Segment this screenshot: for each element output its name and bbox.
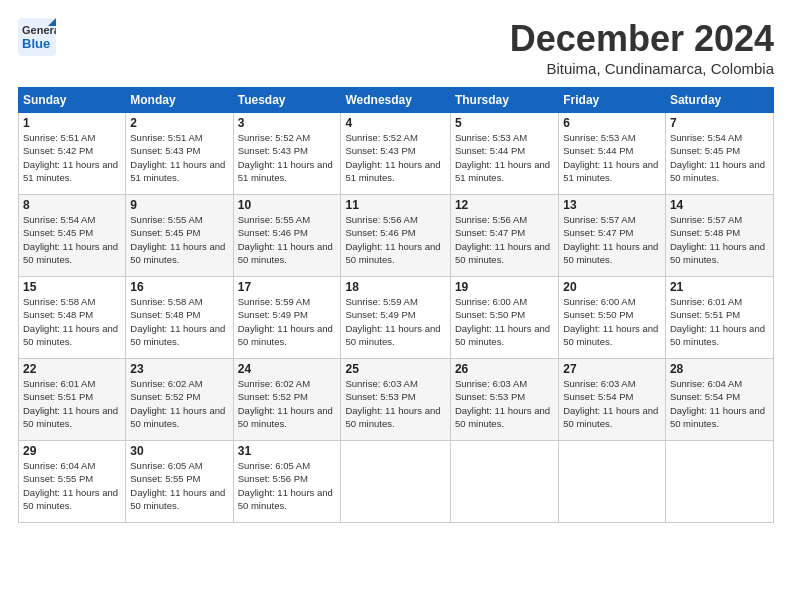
calendar-cell: 27 Sunrise: 6:03 AM Sunset: 5:54 PM Dayl…: [559, 359, 666, 441]
daylight-text: Daylight: 11 hours and 51 minutes.: [455, 159, 550, 183]
calendar-cell: 3 Sunrise: 5:52 AM Sunset: 5:43 PM Dayli…: [233, 113, 341, 195]
day-number: 15: [23, 280, 121, 294]
day-info: Sunrise: 5:51 AM Sunset: 5:43 PM Dayligh…: [130, 131, 228, 184]
sunset-text: Sunset: 5:43 PM: [345, 145, 415, 156]
calendar-cell: 22 Sunrise: 6:01 AM Sunset: 5:51 PM Dayl…: [19, 359, 126, 441]
daylight-text: Daylight: 11 hours and 50 minutes.: [345, 241, 440, 265]
day-number: 13: [563, 198, 661, 212]
day-number: 18: [345, 280, 445, 294]
calendar-cell: 25 Sunrise: 6:03 AM Sunset: 5:53 PM Dayl…: [341, 359, 450, 441]
sunrise-text: Sunrise: 5:57 AM: [670, 214, 742, 225]
calendar-cell: 8 Sunrise: 5:54 AM Sunset: 5:45 PM Dayli…: [19, 195, 126, 277]
day-number: 4: [345, 116, 445, 130]
daylight-text: Daylight: 11 hours and 51 minutes.: [130, 159, 225, 183]
calendar-cell: 4 Sunrise: 5:52 AM Sunset: 5:43 PM Dayli…: [341, 113, 450, 195]
sunset-text: Sunset: 5:55 PM: [23, 473, 93, 484]
day-info: Sunrise: 6:04 AM Sunset: 5:54 PM Dayligh…: [670, 377, 769, 430]
day-number: 22: [23, 362, 121, 376]
day-number: 2: [130, 116, 228, 130]
day-number: 7: [670, 116, 769, 130]
sunset-text: Sunset: 5:44 PM: [563, 145, 633, 156]
day-info: Sunrise: 5:54 AM Sunset: 5:45 PM Dayligh…: [670, 131, 769, 184]
sunrise-text: Sunrise: 5:58 AM: [130, 296, 202, 307]
sunrise-text: Sunrise: 6:03 AM: [345, 378, 417, 389]
calendar-cell: 2 Sunrise: 5:51 AM Sunset: 5:43 PM Dayli…: [126, 113, 233, 195]
day-info: Sunrise: 6:04 AM Sunset: 5:55 PM Dayligh…: [23, 459, 121, 512]
header: General Blue December 2024 Bituima, Cund…: [18, 18, 774, 77]
day-number: 14: [670, 198, 769, 212]
sunset-text: Sunset: 5:52 PM: [130, 391, 200, 402]
daylight-text: Daylight: 11 hours and 50 minutes.: [130, 241, 225, 265]
daylight-text: Daylight: 11 hours and 50 minutes.: [455, 241, 550, 265]
sunrise-text: Sunrise: 5:56 AM: [345, 214, 417, 225]
header-monday: Monday: [126, 88, 233, 113]
sunset-text: Sunset: 5:55 PM: [130, 473, 200, 484]
sunrise-text: Sunrise: 5:53 AM: [455, 132, 527, 143]
sunrise-text: Sunrise: 5:58 AM: [23, 296, 95, 307]
day-number: 19: [455, 280, 554, 294]
day-info: Sunrise: 5:59 AM Sunset: 5:49 PM Dayligh…: [238, 295, 337, 348]
daylight-text: Daylight: 11 hours and 50 minutes.: [455, 323, 550, 347]
day-number: 21: [670, 280, 769, 294]
calendar-cell: [450, 441, 558, 523]
day-info: Sunrise: 6:00 AM Sunset: 5:50 PM Dayligh…: [455, 295, 554, 348]
sunset-text: Sunset: 5:47 PM: [455, 227, 525, 238]
daylight-text: Daylight: 11 hours and 51 minutes.: [345, 159, 440, 183]
day-info: Sunrise: 5:55 AM Sunset: 5:46 PM Dayligh…: [238, 213, 337, 266]
day-info: Sunrise: 5:58 AM Sunset: 5:48 PM Dayligh…: [130, 295, 228, 348]
daylight-text: Daylight: 11 hours and 50 minutes.: [563, 241, 658, 265]
sunrise-text: Sunrise: 5:53 AM: [563, 132, 635, 143]
daylight-text: Daylight: 11 hours and 50 minutes.: [238, 323, 333, 347]
day-info: Sunrise: 6:01 AM Sunset: 5:51 PM Dayligh…: [670, 295, 769, 348]
day-info: Sunrise: 6:05 AM Sunset: 5:56 PM Dayligh…: [238, 459, 337, 512]
sunset-text: Sunset: 5:56 PM: [238, 473, 308, 484]
sunset-text: Sunset: 5:48 PM: [130, 309, 200, 320]
day-info: Sunrise: 5:57 AM Sunset: 5:47 PM Dayligh…: [563, 213, 661, 266]
sunrise-text: Sunrise: 5:57 AM: [563, 214, 635, 225]
sunrise-text: Sunrise: 5:55 AM: [130, 214, 202, 225]
day-info: Sunrise: 5:53 AM Sunset: 5:44 PM Dayligh…: [455, 131, 554, 184]
calendar-cell: 1 Sunrise: 5:51 AM Sunset: 5:42 PM Dayli…: [19, 113, 126, 195]
day-info: Sunrise: 5:56 AM Sunset: 5:46 PM Dayligh…: [345, 213, 445, 266]
sunset-text: Sunset: 5:42 PM: [23, 145, 93, 156]
logo: General Blue: [18, 18, 56, 56]
day-info: Sunrise: 6:02 AM Sunset: 5:52 PM Dayligh…: [130, 377, 228, 430]
day-number: 16: [130, 280, 228, 294]
day-info: Sunrise: 6:01 AM Sunset: 5:51 PM Dayligh…: [23, 377, 121, 430]
header-thursday: Thursday: [450, 88, 558, 113]
calendar-cell: 21 Sunrise: 6:01 AM Sunset: 5:51 PM Dayl…: [665, 277, 773, 359]
sunset-text: Sunset: 5:54 PM: [563, 391, 633, 402]
calendar-cell: 7 Sunrise: 5:54 AM Sunset: 5:45 PM Dayli…: [665, 113, 773, 195]
daylight-text: Daylight: 11 hours and 50 minutes.: [130, 487, 225, 511]
sunset-text: Sunset: 5:53 PM: [455, 391, 525, 402]
day-info: Sunrise: 6:03 AM Sunset: 5:53 PM Dayligh…: [455, 377, 554, 430]
sunset-text: Sunset: 5:45 PM: [130, 227, 200, 238]
day-info: Sunrise: 5:57 AM Sunset: 5:48 PM Dayligh…: [670, 213, 769, 266]
calendar-cell: 19 Sunrise: 6:00 AM Sunset: 5:50 PM Dayl…: [450, 277, 558, 359]
day-number: 30: [130, 444, 228, 458]
day-number: 5: [455, 116, 554, 130]
sunset-text: Sunset: 5:44 PM: [455, 145, 525, 156]
sunrise-text: Sunrise: 5:54 AM: [23, 214, 95, 225]
main-title: December 2024: [510, 18, 774, 60]
daylight-text: Daylight: 11 hours and 50 minutes.: [455, 405, 550, 429]
daylight-text: Daylight: 11 hours and 50 minutes.: [238, 405, 333, 429]
calendar-cell: 13 Sunrise: 5:57 AM Sunset: 5:47 PM Dayl…: [559, 195, 666, 277]
day-number: 1: [23, 116, 121, 130]
calendar-cell: 24 Sunrise: 6:02 AM Sunset: 5:52 PM Dayl…: [233, 359, 341, 441]
day-number: 8: [23, 198, 121, 212]
day-info: Sunrise: 6:05 AM Sunset: 5:55 PM Dayligh…: [130, 459, 228, 512]
daylight-text: Daylight: 11 hours and 50 minutes.: [23, 487, 118, 511]
calendar-cell: 10 Sunrise: 5:55 AM Sunset: 5:46 PM Dayl…: [233, 195, 341, 277]
sunrise-text: Sunrise: 5:56 AM: [455, 214, 527, 225]
calendar-cell: 29 Sunrise: 6:04 AM Sunset: 5:55 PM Dayl…: [19, 441, 126, 523]
day-info: Sunrise: 5:51 AM Sunset: 5:42 PM Dayligh…: [23, 131, 121, 184]
daylight-text: Daylight: 11 hours and 50 minutes.: [670, 159, 765, 183]
sunrise-text: Sunrise: 6:05 AM: [130, 460, 202, 471]
sunset-text: Sunset: 5:51 PM: [670, 309, 740, 320]
week-row-5: 29 Sunrise: 6:04 AM Sunset: 5:55 PM Dayl…: [19, 441, 774, 523]
sunset-text: Sunset: 5:53 PM: [345, 391, 415, 402]
daylight-text: Daylight: 11 hours and 50 minutes.: [130, 323, 225, 347]
sunrise-text: Sunrise: 5:51 AM: [130, 132, 202, 143]
day-info: Sunrise: 5:52 AM Sunset: 5:43 PM Dayligh…: [238, 131, 337, 184]
